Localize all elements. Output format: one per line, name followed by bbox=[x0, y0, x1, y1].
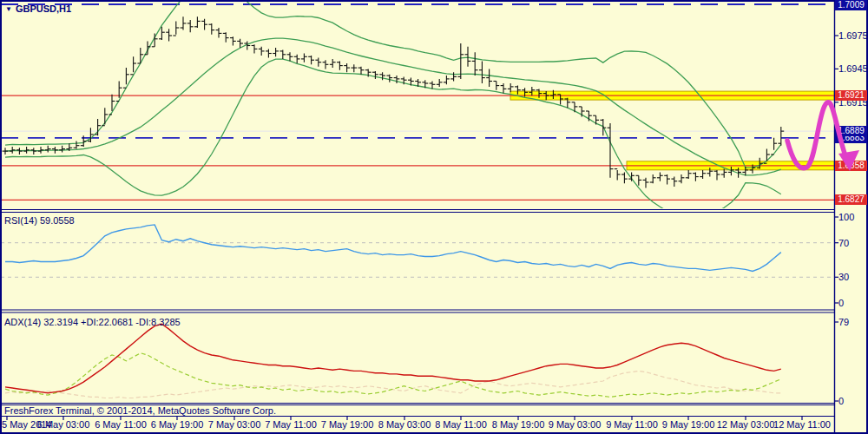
symbol-dropdown-icon[interactable]: ▼ bbox=[5, 5, 12, 13]
time-axis-label: 8 May 11:00 bbox=[435, 419, 487, 430]
price-axis-label-red: 1.6827 bbox=[835, 194, 867, 205]
time-axis-label: 8 May 03:00 bbox=[378, 419, 431, 430]
time-axis-label: 6 May 19:00 bbox=[151, 419, 204, 430]
time-axis-label: 12 May 03:00 bbox=[717, 419, 775, 430]
price-axis-label: 1.6945 bbox=[838, 63, 868, 74]
price-axis-label-blue: 1.7009 bbox=[835, 0, 867, 10]
rsi-scale-label: 0 bbox=[838, 298, 844, 308]
adx-scale-label: 0 bbox=[838, 396, 844, 406]
time-axis-label: 7 May 19:00 bbox=[321, 419, 374, 430]
time-axis-label: 9 May 19:00 bbox=[662, 419, 715, 430]
time-axis-label: 6 May 03:00 bbox=[37, 419, 90, 430]
time-axis-label: 6 May 11:00 bbox=[95, 419, 147, 430]
time-axis-label: 7 May 03:00 bbox=[208, 419, 261, 430]
time-axis-label: 7 May 11:00 bbox=[265, 419, 317, 430]
rsi-scale-label: 30 bbox=[838, 272, 849, 282]
time-axis-label: 8 May 19:00 bbox=[492, 419, 545, 430]
price-axis-label-blue: 1.6889 bbox=[835, 126, 867, 136]
axis-labels-layer: 1.69751.69451.6915100703007901.70091.692… bbox=[0, 0, 868, 434]
time-axis-label: 12 May 11:00 bbox=[773, 419, 831, 430]
price-axis-label-red: 1.6858 bbox=[835, 161, 867, 171]
adx-indicator-label: ADX(14) 32.3194 +DI:22.0681 -DI:8.3285 bbox=[4, 317, 181, 327]
trading-terminal-window: 1.69751.69451.6915100703007901.70091.692… bbox=[0, 0, 868, 434]
symbol-title-text: GBPUSD,H1 bbox=[16, 3, 71, 14]
time-axis-label: 9 May 11:00 bbox=[606, 419, 658, 430]
price-axis-label: 1.6975 bbox=[838, 30, 868, 41]
rsi-scale-label: 70 bbox=[838, 238, 849, 248]
copyright-text: FreshForex Terminal, © 2001-2014, MetaQu… bbox=[4, 405, 276, 416]
rsi-indicator-label: RSI(14) 59.0558 bbox=[4, 215, 75, 226]
symbol-title[interactable]: ▼GBPUSD,H1 bbox=[5, 3, 71, 14]
price-axis-label-red: 1.6921 bbox=[835, 90, 867, 101]
time-axis-label: 9 May 03:00 bbox=[549, 419, 602, 430]
adx-scale-label: 79 bbox=[838, 317, 849, 327]
rsi-scale-label: 100 bbox=[838, 212, 854, 222]
